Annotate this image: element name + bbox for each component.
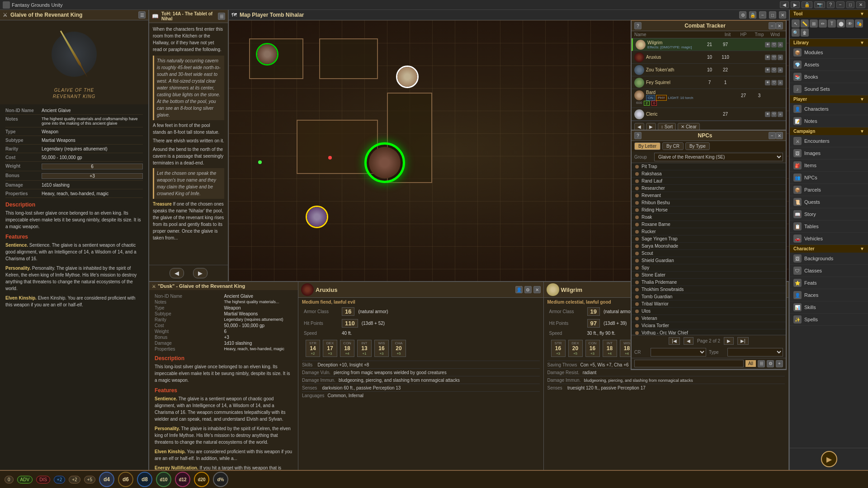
npc-cr-select[interactable] xyxy=(651,348,706,357)
sidebar-item-images[interactable]: 🖼 Images xyxy=(790,147,868,160)
btn-lock[interactable]: 🔒 xyxy=(802,1,812,8)
npc-item-rucker[interactable]: Rucker xyxy=(632,228,786,235)
dice-d4[interactable]: d4 xyxy=(99,472,114,487)
btn-help[interactable]: ? xyxy=(827,1,835,8)
map-token-2[interactable] xyxy=(396,66,419,88)
btn-camera[interactable]: 📷 xyxy=(814,1,825,8)
tool-icon-zoom[interactable]: 🔍 xyxy=(792,28,800,37)
npc-item-veteran[interactable]: Veteran xyxy=(632,315,786,322)
sidebar-item-skills[interactable]: 📊 Skills xyxy=(790,301,868,314)
npc-item-stoneeater[interactable]: Stone Eater xyxy=(632,272,786,279)
sidebar-item-soundsets[interactable]: ♪ Sound Sets xyxy=(790,83,868,95)
npc-filter-btn[interactable]: ☰ xyxy=(758,360,765,367)
story-prev-btn[interactable]: ◀ xyxy=(170,268,184,278)
sidebar-item-feats[interactable]: ⭐ Feats xyxy=(790,277,868,289)
npc-item-rhibun[interactable]: Rhibun Beshu xyxy=(632,199,786,206)
sidebar-library-header[interactable]: Library ▼ xyxy=(790,39,868,47)
sidebar-item-races[interactable]: 👤 Races xyxy=(790,289,868,301)
sidebar-item-quests[interactable]: 📜 Quests xyxy=(790,196,868,208)
npc-item-shieldguardian[interactable]: Shield Guardian xyxy=(632,257,786,264)
tool-icon-token[interactable]: ⬤ xyxy=(837,19,845,28)
btn-maximize[interactable]: □ xyxy=(846,1,854,8)
npc-minimize-btn[interactable]: − xyxy=(769,132,776,139)
tracker-row-aruxius[interactable]: Aruxius 10 110 👁 🛡 ⚔ xyxy=(632,51,786,64)
sidebar-character-header[interactable]: Character ▼ xyxy=(790,245,868,253)
npc-item-roak[interactable]: Roak xyxy=(632,214,786,221)
btn-minimize[interactable]: − xyxy=(836,1,844,8)
tracker-help-btn[interactable]: ? xyxy=(634,22,642,29)
npc-item-revenant[interactable]: Revenant xyxy=(632,192,786,199)
item-menu-btn[interactable]: ☰ xyxy=(138,11,146,19)
sidebar-item-backgrounds[interactable]: 🖼 Backgrounds xyxy=(790,253,868,265)
npc-search-input[interactable] xyxy=(634,360,744,367)
sidebar-item-classes[interactable]: 🛡 Classes xyxy=(790,265,868,277)
sidebar-item-spells[interactable]: ✨ Spells xyxy=(790,314,868,326)
sidebar-item-npcs[interactable]: 👥 NPCs xyxy=(790,172,868,184)
story-menu-btn[interactable]: ☰ xyxy=(218,13,225,20)
npc-item-ridinghorse[interactable]: Riding Horse xyxy=(632,206,786,214)
npc-help-btn[interactable]: ? xyxy=(634,132,642,139)
sidebar-item-characters[interactable]: 👤 Characters xyxy=(790,103,868,115)
npc-close-btn[interactable]: ✕ xyxy=(776,132,783,139)
map-token-4[interactable] xyxy=(306,206,328,228)
dice-d6[interactable]: d6 xyxy=(118,472,133,487)
aruxius-close-btn[interactable]: ✕ xyxy=(533,286,541,293)
sidebar-item-tables[interactable]: 📋 Tables xyxy=(790,221,868,233)
sidebar-item-books[interactable]: 📚 Books xyxy=(790,71,868,83)
dice-d8[interactable]: d8 xyxy=(137,472,152,487)
npc-add-btn[interactable]: + xyxy=(776,360,783,367)
dice-dpct[interactable]: d% xyxy=(213,472,228,487)
tracker-row-bard[interactable]: Bard ON PHY LIGHT: 10 torch 27 3 600 2 0 xyxy=(632,89,786,108)
npc-item-rakshasa[interactable]: Rakshasa xyxy=(632,170,786,178)
map-token-1[interactable] xyxy=(256,43,278,66)
tool-icon-ruler[interactable]: 📏 xyxy=(801,19,809,28)
dice-d12[interactable]: d12 xyxy=(175,472,190,487)
npc-item-thokhim[interactable]: Thokhim Snowbraids xyxy=(632,286,786,293)
map-maximize[interactable]: □ xyxy=(769,11,776,19)
npc-item-spy[interactable]: Spy xyxy=(632,264,786,272)
npc-item-sageyingen[interactable]: Sage Yingen Trap xyxy=(632,235,786,243)
dice-d20[interactable]: d20 xyxy=(194,472,209,487)
npc-item-researcher[interactable]: Researcher xyxy=(632,185,786,192)
npc-item-ulos[interactable]: Ulos xyxy=(632,308,786,315)
aruxius-portrait-btn[interactable]: 👤 xyxy=(515,286,523,293)
npc-prev-btn[interactable]: ◀ xyxy=(684,337,693,345)
sidebar-item-story[interactable]: 📖 Story xyxy=(790,208,868,221)
npc-item-pittrap[interactable]: Pit Trap xyxy=(632,163,786,170)
tracker-row-wilgrim[interactable]: Wilgrim Effects: [DMGTYPE: magic] 21 97 … xyxy=(632,38,786,51)
sidebar-item-parcels[interactable]: 📦 Parcels xyxy=(790,184,868,196)
story-next-btn[interactable]: ▶ xyxy=(193,268,208,278)
btn-forward[interactable]: ▶ xyxy=(791,1,800,8)
sidebar-item-encounters[interactable]: ⚔ Encounters xyxy=(790,135,868,147)
sidebar-tool-header[interactable]: Tool ▼ xyxy=(790,10,868,18)
npc-next-btn[interactable]: ▶ xyxy=(724,337,734,345)
aruxius-settings-btn[interactable]: ⚙ xyxy=(524,286,532,293)
npc-item-tombguardian[interactable]: Tomb Guardian xyxy=(632,293,786,300)
tool-icon-text[interactable]: T xyxy=(828,19,836,28)
play-button[interactable]: ▶ xyxy=(821,451,837,467)
tracker-row-zou[interactable]: Zou Token'ath 10 22 👁 🛡 ⚔ xyxy=(632,64,786,76)
sidebar-item-modules[interactable]: 📦 Modules xyxy=(790,47,868,59)
npc-item-randlauf[interactable]: Rand Lauf xyxy=(632,178,786,185)
tool-icon-fow[interactable]: 👁 xyxy=(846,19,854,28)
npc-item-thalia[interactable]: Thalia Pridemane xyxy=(632,279,786,286)
npc-item-scout[interactable]: Scout xyxy=(632,250,786,257)
map-close[interactable]: ✕ xyxy=(779,11,786,19)
btn-close[interactable]: ✕ xyxy=(856,1,865,8)
sidebar-item-assets[interactable]: 💎 Assets xyxy=(790,59,868,71)
tracker-minimize-btn[interactable]: − xyxy=(769,22,776,29)
npc-tab-byletter[interactable]: By Letter xyxy=(634,142,660,150)
btn-back[interactable]: ◀ xyxy=(780,1,789,8)
dice-d10[interactable]: d10 xyxy=(156,472,171,487)
tool-icon-pointer[interactable]: ↖ xyxy=(792,19,800,28)
sidebar-item-notes[interactable]: 📝 Notes xyxy=(790,115,868,127)
sidebar-player-header[interactable]: Player ▼ xyxy=(790,95,868,103)
tool-icon-grid[interactable]: ⊞ xyxy=(810,19,818,28)
npc-tab-bycr[interactable]: By CR xyxy=(662,142,684,150)
npc-first-btn[interactable]: |◀ xyxy=(669,337,680,345)
npc-all-btn[interactable]: All xyxy=(745,360,756,367)
tracker-close-btn[interactable]: ✕ xyxy=(776,22,783,29)
npc-settings-btn[interactable]: ⚙ xyxy=(767,360,774,367)
tool-icon-pen[interactable]: ✏ xyxy=(819,19,827,28)
npc-item-tribalwarrior[interactable]: Tribal Warrior xyxy=(632,300,786,308)
